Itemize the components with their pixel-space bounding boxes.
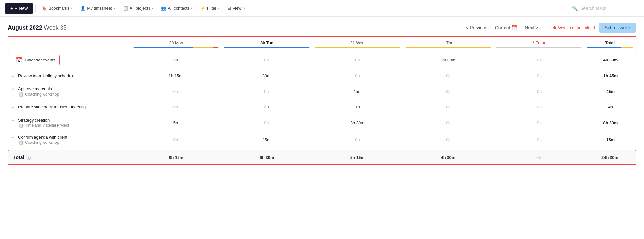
t5-thu: 0h bbox=[403, 134, 494, 145]
calendar-events-label: Calendar events bbox=[25, 58, 55, 62]
search-box[interactable]: 🔍 Search tasks bbox=[568, 4, 639, 13]
total-row: Total i 8h 15m 6h 30m 5h 15m 4h 30m 0h 2… bbox=[8, 150, 636, 165]
week-header: August 2022 Week 35 < Previous Current 📅… bbox=[0, 17, 644, 36]
view-icon: ⊞ bbox=[227, 6, 231, 11]
projects-chevron: ▾ bbox=[152, 6, 153, 10]
t3-tue: 3h bbox=[221, 101, 312, 113]
t5-wed: 0h bbox=[312, 134, 403, 145]
t5-total: 15m bbox=[585, 134, 636, 145]
timesheet-chevron: ▾ bbox=[114, 6, 115, 10]
task-name-cell-1: ✓ Review team holiday schedule bbox=[8, 70, 130, 82]
task-check-1: ✓ bbox=[12, 73, 15, 78]
contacts-label: All contacts bbox=[168, 6, 189, 11]
current-button[interactable]: Current 📅 bbox=[493, 24, 520, 32]
filter-label: Filter bbox=[207, 6, 216, 11]
separator-1 bbox=[35, 5, 36, 12]
calendar-events-box[interactable]: 📅 Calendar events bbox=[12, 55, 60, 65]
task-name-cell-4: ✓ Strategy creation 📋 Time and Material … bbox=[8, 114, 130, 131]
header-thu: 1 Thu bbox=[403, 37, 493, 51]
t5-mon: 0h bbox=[130, 134, 221, 145]
t4-wed: 3h 30m bbox=[312, 117, 403, 128]
t2-mon: 0h bbox=[130, 86, 221, 97]
task-title-1[interactable]: Review team holiday schedule bbox=[18, 73, 75, 78]
toolbar: + + New 🔖 Bookmarks ▾ 👤 My timesheet ▾ 📋… bbox=[0, 0, 644, 17]
contacts-icon: 👥 bbox=[161, 6, 166, 11]
t4-total: 8h 30m bbox=[585, 117, 636, 128]
submit-week-button[interactable]: Submit week bbox=[599, 23, 636, 33]
previous-button[interactable]: < Previous bbox=[463, 24, 490, 32]
cal-time-fri: 0h bbox=[494, 54, 585, 66]
header-empty bbox=[8, 37, 131, 51]
project-icon-5: 📋 bbox=[19, 140, 24, 145]
t1-fri: 0h bbox=[494, 70, 585, 81]
task-main-row-2: ✓ Approve materials bbox=[12, 86, 126, 91]
new-button[interactable]: + + New bbox=[5, 3, 33, 14]
cal-time-mon: 2h bbox=[130, 54, 221, 66]
contacts-button[interactable]: 👥 All contacts ▾ bbox=[158, 3, 196, 14]
t1-tue: 30m bbox=[221, 70, 312, 81]
not-submitted-label: Week not submitted bbox=[558, 25, 595, 30]
timesheet-label: My timesheet bbox=[87, 6, 112, 11]
day-label-fri: 2 Fri bbox=[496, 41, 582, 45]
task-title-5[interactable]: Confirm agenda with client bbox=[18, 135, 67, 140]
t3-total: 4h bbox=[585, 101, 636, 113]
filter-chevron: ▾ bbox=[218, 6, 220, 10]
not-submitted-dot bbox=[553, 26, 556, 29]
day-label-total: Total bbox=[587, 41, 633, 45]
cal-time-total: 4h 30m bbox=[585, 54, 636, 66]
t3-thu: 0h bbox=[403, 101, 494, 113]
filter-button[interactable]: ⚡ Filter ▾ bbox=[197, 3, 223, 14]
new-label: + New bbox=[15, 6, 28, 11]
total-fri: 0h bbox=[494, 152, 584, 163]
t5-tue: 15m bbox=[221, 134, 312, 145]
bookmarks-button[interactable]: 🔖 Bookmarks ▾ bbox=[38, 3, 76, 14]
task-subtitle-5: Coaching workshop bbox=[25, 140, 59, 145]
t4-tue: 0h bbox=[221, 117, 312, 128]
project-icon-4: 📋 bbox=[19, 123, 24, 128]
cal-time-wed: 0h bbox=[312, 54, 403, 66]
day-label-thu: 1 Thu bbox=[405, 41, 491, 45]
current-label: Current bbox=[495, 25, 510, 30]
t1-thu: 0h bbox=[403, 70, 494, 81]
search-placeholder: Search tasks bbox=[580, 6, 606, 11]
header-total: Total bbox=[584, 37, 636, 51]
task-title-4[interactable]: Strategy creation bbox=[18, 118, 50, 123]
calendar-icon: 📅 bbox=[512, 25, 517, 30]
projects-button[interactable]: 📋 All projects ▾ bbox=[120, 3, 157, 14]
task-title-2[interactable]: Approve materials bbox=[18, 87, 52, 91]
calendar-events-icon: 📅 bbox=[16, 57, 22, 63]
task-check-4: ✓ bbox=[12, 117, 15, 123]
task-sub-2: 📋 Coaching workshop bbox=[12, 92, 126, 97]
user-icon: 👤 bbox=[80, 6, 85, 11]
task-main-row-4: ✓ Strategy creation bbox=[12, 117, 126, 123]
view-label: View bbox=[233, 6, 242, 11]
total-all: 24h 30m bbox=[584, 152, 636, 163]
next-button[interactable]: Next > bbox=[522, 24, 541, 32]
t1-mon: 1h 15m bbox=[130, 70, 221, 81]
week-title: August 2022 Week 35 bbox=[8, 24, 67, 31]
day-header-row: 29 Mon 30 Tue 31 Wed 1 Thu bbox=[8, 36, 636, 51]
day-label-tue: 30 Tue bbox=[224, 41, 309, 45]
task-subtitle-4: Time and Material Project bbox=[25, 123, 69, 128]
header-wed: 31 Wed bbox=[312, 37, 403, 51]
view-button[interactable]: ⊞ View ▾ bbox=[224, 3, 248, 14]
calendar-events-row: 📅 Calendar events 2h 0h 0h 2h 30m 0h 4h … bbox=[8, 51, 636, 69]
task-main-row-1: ✓ Review team holiday schedule bbox=[12, 73, 126, 78]
header-tue: 30 Tue bbox=[221, 37, 312, 51]
week-month: August 2022 bbox=[8, 24, 42, 31]
timesheet-button[interactable]: 👤 My timesheet ▾ bbox=[77, 3, 118, 14]
projects-label: All projects bbox=[130, 6, 150, 11]
t4-thu: 0h bbox=[403, 117, 494, 128]
t4-fri: 0h bbox=[494, 117, 585, 128]
total-label-cell: Total i bbox=[8, 152, 131, 163]
day-label-wed: 31 Wed bbox=[315, 41, 400, 45]
timesheet-grid: 29 Mon 30 Tue 31 Wed 1 Thu bbox=[0, 36, 644, 165]
week-number: Week 35 bbox=[44, 24, 67, 31]
task-title-3[interactable]: Prepare slide deck for client meeting bbox=[18, 105, 86, 109]
t5-fri: 0h bbox=[494, 134, 585, 145]
filter-icon: ⚡ bbox=[200, 6, 206, 11]
t3-mon: 0h bbox=[130, 101, 221, 113]
day-label-mon: 29 Mon bbox=[133, 41, 219, 45]
plus-icon: + bbox=[10, 6, 13, 11]
fri-dot bbox=[543, 42, 545, 44]
